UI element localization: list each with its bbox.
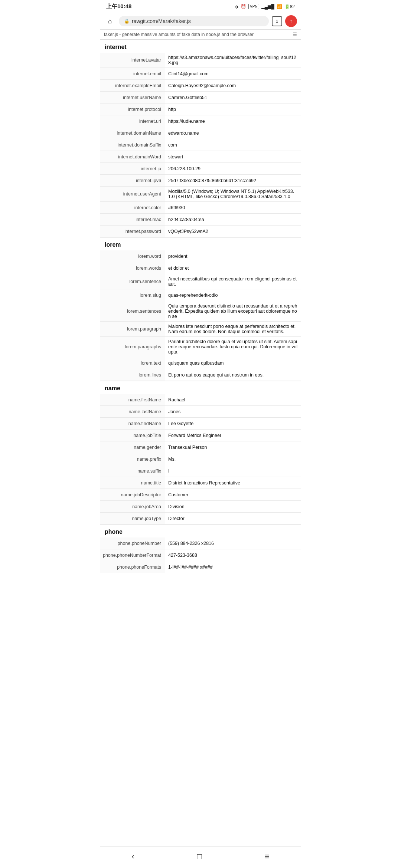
row-key: internet.ipv6 (100, 175, 165, 186)
row-key: name.firstName (100, 394, 165, 405)
row-key: internet.password (100, 226, 165, 237)
row-value: https://ludie.name (165, 115, 301, 127)
row-key: name.suffix (100, 465, 165, 477)
table-row: internet.macb2:f4:ca:8a:04:ea (100, 214, 301, 226)
table-row: lorem.sentenceAmet necessitatibus qui co… (100, 274, 301, 289)
row-key: phone.phoneFormats (100, 561, 165, 573)
table-row: internet.urlhttps://ludie.name (100, 115, 301, 127)
row-key: lorem.paragraph (100, 322, 165, 336)
row-key: internet.color (100, 202, 165, 213)
table-row: internet.domainSuffixcom (100, 139, 301, 151)
lock-icon: 🔒 (124, 19, 130, 24)
row-key: lorem.text (100, 357, 165, 369)
row-key: name.jobArea (100, 501, 165, 512)
table-row: name.findNameLee Goyette (100, 418, 301, 430)
row-key: name.title (100, 477, 165, 489)
row-value: Caleigh.Hayes92@example.com (165, 80, 301, 91)
row-key: name.lastName (100, 406, 165, 417)
row-value: Customer (165, 489, 301, 500)
row-key: name.jobTitle (100, 430, 165, 441)
row-key: internet.userName (100, 92, 165, 103)
row-value: Forward Metrics Engineer (165, 430, 301, 441)
table-row: internet.domainWordstewart (100, 151, 301, 163)
battery-icon: 🔋82 (284, 4, 295, 9)
vpn-badge: VPN (248, 4, 259, 9)
url-text: rawgit.com/Marak/faker.js (132, 18, 191, 24)
row-key: name.findName (100, 418, 165, 429)
table-row: internet.color#6f6930 (100, 202, 301, 214)
browser-bar: ⌂ 🔒 rawgit.com/Marak/faker.js 1 ↑ (100, 13, 301, 30)
scroll-up-button[interactable]: ↑ (285, 15, 297, 27)
row-key: lorem.sentence (100, 274, 165, 289)
table-row: name.genderTransexual Person (100, 441, 301, 453)
row-value: I (165, 465, 301, 477)
row-key: lorem.slug (100, 289, 165, 301)
table-row: lorem.sentencesQuia tempora deserunt dis… (100, 301, 301, 322)
row-value: edwardo.name (165, 127, 301, 139)
row-key: lorem.lines (100, 369, 165, 381)
table-row: lorem.textquisquam quas quibusdam (100, 357, 301, 369)
section-header-phone: phone (100, 525, 301, 537)
row-key: internet.domainWord (100, 151, 165, 162)
row-value: com (165, 139, 301, 151)
row-value: Director (165, 513, 301, 524)
row-key: internet.email (100, 68, 165, 79)
table-row: phone.phoneNumber(559) 884-2326 x2816 (100, 537, 301, 549)
table-row: internet.avatarhttps://s3.amazonaws.com/… (100, 53, 301, 68)
menu-icon[interactable]: ☰ (293, 32, 297, 37)
row-key: lorem.paragraphs (100, 337, 165, 357)
row-value: http (165, 103, 301, 115)
section-header-internet: internet (100, 40, 301, 53)
section-header-name: name (100, 381, 301, 394)
row-value: 206.228.100.29 (165, 163, 301, 174)
row-value: District Interactions Representative (165, 477, 301, 489)
signal-icon: ▂▄▆█ (261, 4, 274, 9)
row-value: Maiores iste nesciunt porro eaque at per… (165, 322, 301, 336)
table-row: lorem.paragraphMaiores iste nesciunt por… (100, 322, 301, 337)
tab-count-button[interactable]: 1 (272, 16, 282, 26)
table-row: name.prefixMs. (100, 453, 301, 465)
row-value: (559) 884-2326 x2816 (165, 537, 301, 549)
row-key: phone.phoneNumber (100, 537, 165, 549)
row-value: https://s3.amazonaws.com/uifaces/faces/t… (165, 53, 301, 68)
row-key: internet.avatar (100, 53, 165, 68)
table-row: internet.passwordvQOyfJPsy52wnA2 (100, 226, 301, 237)
main-content: internetinternet.avatarhttps://s3.amazon… (100, 40, 301, 581)
row-value: 25d7:f3be:cd80:87f5:869d:b6d1:31cc:c692 (165, 175, 301, 186)
row-key: internet.protocol (100, 103, 165, 115)
table-row: internet.domainNameedwardo.name (100, 127, 301, 139)
table-row: internet.emailClint14@gmail.com (100, 68, 301, 80)
row-key: lorem.sentences (100, 301, 165, 321)
row-key: internet.userAgent (100, 187, 165, 201)
row-value: Rachael (165, 394, 301, 405)
row-value: Mozilla/5.0 (Windows; U; Windows NT 5.1)… (165, 187, 301, 201)
alarm-icon: ⏰ (241, 4, 246, 9)
row-key: lorem.words (100, 262, 165, 274)
row-key: internet.url (100, 115, 165, 127)
row-key: internet.exampleEmail (100, 80, 165, 91)
table-row: name.jobTitleForward Metrics Engineer (100, 430, 301, 441)
table-row: lorem.paragraphsPariatur architecto dolo… (100, 337, 301, 357)
table-row: name.suffixI (100, 465, 301, 477)
row-value: Jones (165, 406, 301, 417)
table-row: name.jobAreaDivision (100, 501, 301, 513)
table-row: lorem.wordset dolor et (100, 262, 301, 274)
table-row: internet.ipv625d7:f3be:cd80:87f5:869d:b6… (100, 175, 301, 187)
table-row: lorem.linesEt porro aut eos eaque qui au… (100, 369, 301, 381)
row-key: internet.domainSuffix (100, 139, 165, 151)
section-header-lorem: lorem (100, 237, 301, 250)
row-value: stewart (165, 151, 301, 162)
table-row: internet.userAgentMozilla/5.0 (Windows; … (100, 187, 301, 202)
table-row: name.jobTypeDirector (100, 513, 301, 525)
home-button[interactable]: ⌂ (104, 15, 116, 27)
page-subtitle-bar: faker.js - generate massive amounts of f… (100, 30, 301, 40)
row-value: Pariatur architecto dolore quia et volup… (165, 337, 301, 357)
table-row: internet.exampleEmailCaleigh.Hayes92@exa… (100, 80, 301, 92)
row-key: name.jobDescriptor (100, 489, 165, 500)
row-value: 1-!##-!##-#### x#### (165, 561, 301, 573)
row-key: internet.domainName (100, 127, 165, 139)
table-row: internet.userNameCamren.Gottlieb51 (100, 92, 301, 103)
page-subtitle-text: faker.js - generate massive amounts of f… (104, 32, 254, 37)
table-row: name.jobDescriptorCustomer (100, 489, 301, 501)
url-bar[interactable]: 🔒 rawgit.com/Marak/faker.js (119, 16, 269, 26)
